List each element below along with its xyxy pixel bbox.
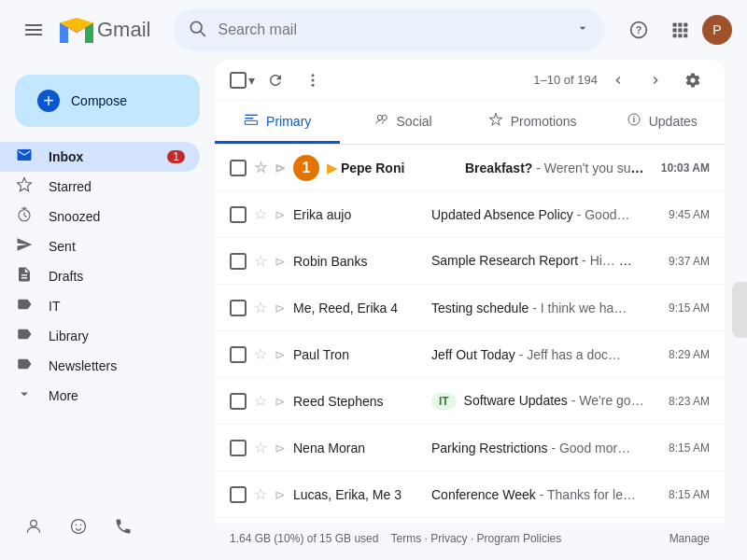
snooze-icon[interactable]: ⊳ [275,207,286,222]
sidebar-item-library[interactable]: Library [0,321,200,351]
social-tab-icon [374,112,389,130]
phone-icon-button[interactable] [105,508,142,545]
starred-icon [15,176,34,198]
account-icon-button[interactable] [15,508,52,545]
refresh-button[interactable] [259,63,292,97]
row-checkbox[interactable] [230,346,247,363]
snooze-icon[interactable]: ⊳ [275,301,286,315]
help-button[interactable]: ? [620,11,657,49]
sidebar-item-inbox[interactable]: Inbox 1 [0,142,200,172]
privacy-link[interactable]: Privacy [430,532,467,545]
sidebar-item-snoozed[interactable]: Snoozed [0,202,200,231]
search-dropdown-icon[interactable] [575,21,590,40]
row-checkbox[interactable] [230,160,247,176]
snooze-icon[interactable]: ⊳ [275,161,286,175]
email-row[interactable]: ☆ ⊳ Paul Tron Jeff Out Today - Jeff has … [215,331,725,378]
svg-text:i: i [633,115,635,124]
tab-social-label: Social [397,114,432,129]
star-icon[interactable]: ☆ [254,299,267,316]
next-page-button[interactable] [639,63,672,97]
email-row[interactable]: ☆ ⊳ Reed Stephens IT Software Updates - … [215,378,725,425]
email-row[interactable]: ☆ ⊳ Robin Banks Sample Research Report -… [215,238,725,285]
more-options-button[interactable] [296,63,330,97]
star-icon[interactable]: ☆ [254,205,267,223]
sidebar-item-it[interactable]: IT [0,291,200,321]
terms-link[interactable]: Terms [391,532,422,545]
email-row[interactable]: ☆ ⊳ Me, Reed, Erika 4 Testing schedule -… [215,285,725,331]
select-all-checkbox[interactable] [230,72,247,89]
snooze-icon[interactable]: ⊳ [275,441,286,455]
email-subject: Conference Week - Thanks for le… [431,487,646,502]
search-input[interactable] [218,21,564,38]
email-row[interactable]: ☆ ⊳ 1 ▶ Pepe Roni Breakfast? - Weren't y… [215,145,725,191]
star-icon[interactable]: ☆ [254,252,267,270]
sidebar-item-more[interactable]: More [0,381,200,411]
apps-icon[interactable] [661,11,698,49]
tab-primary-label: Primary [266,114,311,129]
compose-button[interactable]: + Compose [15,75,200,127]
email-subject: Testing schedule - I think we ha… [431,301,646,315]
row-checkbox[interactable] [230,206,247,223]
svg-rect-12 [684,28,687,32]
settings-button[interactable] [676,63,710,97]
email-time: 8:15 AM [654,488,710,501]
svg-rect-13 [673,34,677,37]
inbox-label: Inbox [49,149,152,164]
email-row[interactable]: ☆ ⊳ Lucas, Erika, Me 3 Conference Week -… [215,471,725,518]
tab-updates[interactable]: i Updates [599,101,725,144]
drafts-label: Drafts [49,269,185,284]
snooze-icon[interactable]: ⊳ [275,394,286,409]
star-icon[interactable]: ☆ [254,345,267,363]
star-icon[interactable]: ☆ [254,159,267,176]
inbox-badge: 1 [167,150,185,163]
sidebar-item-newsletters[interactable]: Newsletters [0,351,200,381]
row-checkbox[interactable] [230,300,247,316]
search-bar[interactable] [173,8,605,51]
row-checkbox[interactable] [230,253,247,270]
tab-promotions[interactable]: Promotions [466,101,599,144]
email-content: ▾ 1–10 of 194 [215,60,725,553]
manage-link[interactable]: Manage [669,532,710,545]
promotions-tab-icon [488,112,503,130]
inbox-icon [15,147,34,168]
tab-social[interactable]: Social [340,101,465,144]
sidebar-item-sent[interactable]: Sent [0,231,200,261]
star-icon[interactable]: ☆ [254,439,267,456]
tab-primary[interactable]: Primary [215,101,340,144]
it-chip[interactable]: IT [431,393,457,410]
snooze-icon[interactable]: ⊳ [275,254,286,269]
scroll-handle[interactable] [732,282,747,338]
email-subject: Updated Absence Policy - Good… [431,207,646,222]
svg-rect-24 [245,115,257,116]
svg-point-20 [80,525,82,526]
avatar[interactable]: P [702,15,732,45]
star-icon[interactable]: ☆ [254,485,267,503]
email-row[interactable]: ☆ ⊳ Nena Moran Parking Restrictions - Go… [215,425,725,471]
svg-text:?: ? [636,24,642,35]
select-all-area[interactable]: ▾ [230,72,255,89]
sender-name: Robin Banks [293,254,424,269]
prev-page-button[interactable] [601,63,635,97]
program-policies-link[interactable]: Program Policies [477,532,562,545]
select-dropdown-icon[interactable]: ▾ [248,73,255,88]
sidebar-item-drafts[interactable]: Drafts [0,261,200,291]
row-checkbox[interactable] [230,393,247,410]
emoji-icon-button[interactable] [60,508,97,545]
more-label: More [49,388,185,403]
email-time: 8:29 AM [654,348,710,361]
library-tag-icon [15,326,34,347]
sidebar-item-starred[interactable]: Starred [0,172,200,202]
attachment-chip[interactable]: W Bees and Honey… [619,252,646,271]
app-title: Gmail [97,18,150,42]
snoozed-label: Snoozed [49,209,185,224]
row-checkbox[interactable] [230,440,247,456]
storage-text: 1.64 GB (10%) of 15 GB used [230,532,378,545]
sender-name: Reed Stephens [293,394,424,409]
menu-icon[interactable] [15,11,52,49]
pagination-text: 1–10 of 194 [533,73,598,87]
email-row[interactable]: ☆ ⊳ Erika aujo Updated Absence Policy - … [215,191,725,238]
snooze-icon[interactable]: ⊳ [275,347,286,362]
row-checkbox[interactable] [230,486,247,503]
star-icon[interactable]: ☆ [254,392,267,410]
snooze-icon[interactable]: ⊳ [275,487,286,502]
